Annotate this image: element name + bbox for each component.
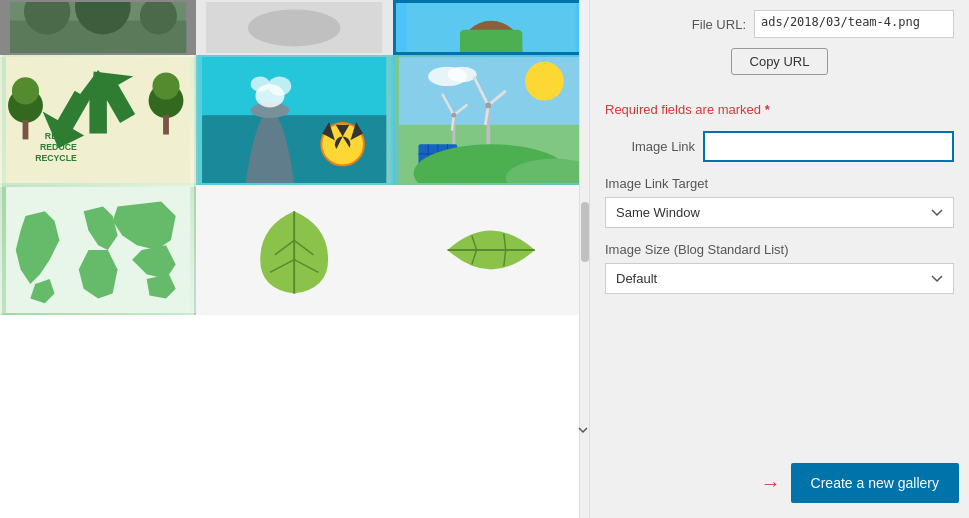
svg-point-38 <box>485 103 491 109</box>
svg-text:REUSE: REUSE <box>45 131 75 141</box>
image-size-label: Image Size (Blog Standard List) <box>605 242 954 257</box>
gallery-item-selected[interactable] <box>393 0 589 55</box>
svg-point-12 <box>12 77 39 104</box>
copy-url-button[interactable]: Copy URL <box>731 48 829 75</box>
gallery-item[interactable] <box>0 185 196 315</box>
gallery-item[interactable] <box>196 0 392 55</box>
svg-point-26 <box>251 76 270 92</box>
gallery-scrollbar[interactable] <box>579 0 589 518</box>
settings-panel: File URL: Copy URL Required fields are m… <box>590 0 969 518</box>
gallery-item[interactable] <box>196 55 392 185</box>
image-link-target-group: Image Link Target Same Window New Window <box>605 176 954 228</box>
image-size-group: Image Size (Blog Standard List) Default … <box>605 242 954 294</box>
create-gallery-section: → Create a new gallery <box>761 463 959 503</box>
file-url-input[interactable] <box>754 10 954 38</box>
gallery-item[interactable] <box>196 185 392 315</box>
svg-point-6 <box>248 9 341 46</box>
svg-point-25 <box>268 76 291 95</box>
svg-point-43 <box>451 113 456 118</box>
required-star: * <box>765 102 770 117</box>
image-size-select[interactable]: Default Thumbnail Medium Large Full <box>605 263 954 294</box>
image-link-target-select[interactable]: Same Window New Window <box>605 197 954 228</box>
gallery-item[interactable] <box>393 55 589 185</box>
gallery-scroll-down[interactable] <box>575 422 590 438</box>
image-link-row: Image Link <box>605 131 954 162</box>
settings-scrollbar[interactable] <box>959 0 969 518</box>
svg-text:RECYCLE: RECYCLE <box>35 153 77 163</box>
image-link-target-label: Image Link Target <box>605 176 954 191</box>
image-link-input[interactable] <box>703 131 954 162</box>
gallery-item[interactable] <box>393 185 589 315</box>
file-url-label: File URL: <box>692 17 746 32</box>
svg-rect-9 <box>460 30 522 52</box>
arrow-icon: → <box>761 472 781 495</box>
gallery-panel: REUSE REDUCE RECYCLE <box>0 0 590 518</box>
copy-url-wrap: Copy URL <box>605 48 954 90</box>
svg-text:REDUCE: REDUCE <box>40 142 77 152</box>
required-note-text: Required fields are marked <box>605 102 761 117</box>
svg-point-31 <box>525 62 564 101</box>
gallery-item[interactable]: REUSE REDUCE RECYCLE <box>0 55 196 185</box>
svg-point-15 <box>152 73 179 100</box>
svg-rect-13 <box>23 120 29 139</box>
image-link-label: Image Link <box>605 139 695 154</box>
svg-rect-16 <box>163 115 169 134</box>
gallery-item[interactable] <box>0 0 196 55</box>
svg-point-33 <box>447 67 476 83</box>
create-gallery-button[interactable]: Create a new gallery <box>791 463 959 503</box>
required-note: Required fields are marked * <box>605 102 954 117</box>
file-url-row: File URL: <box>605 10 954 38</box>
gallery-scrollbar-thumb[interactable] <box>581 202 589 262</box>
